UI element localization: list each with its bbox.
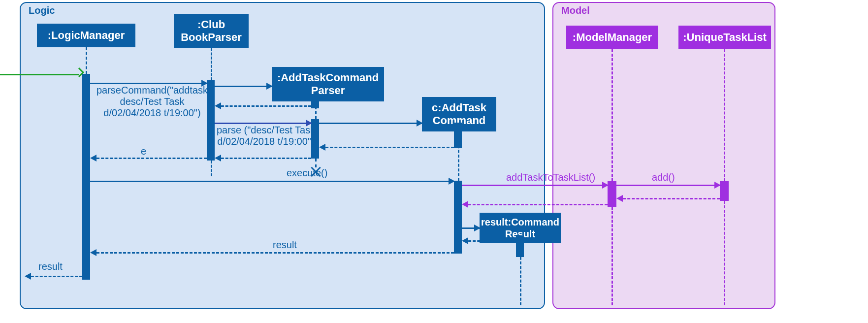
logic-manager-head: :LogicManager	[37, 24, 135, 47]
club-parser-lifeline-bot	[211, 161, 212, 176]
model-manager-lifeline-bot	[611, 207, 613, 305]
e-return-arrowhead	[90, 155, 96, 162]
create-cmd-arrow	[319, 123, 422, 124]
add-task-cmd-activation-1	[454, 123, 462, 148]
return-cmd-arrowhead	[319, 144, 325, 151]
add-task-list-arrow	[462, 185, 608, 186]
logic-frame-title: Logic	[29, 5, 55, 16]
model-manager-activation	[608, 181, 616, 207]
create-result-arrowhead	[474, 225, 481, 231]
club-book-parser-head: :Club BookParser	[174, 14, 249, 48]
logic-frame: Logic	[20, 2, 545, 309]
create-parser-arrow	[215, 86, 272, 87]
add-arrow	[616, 185, 720, 186]
execute-label: execute()	[287, 167, 327, 179]
execute-arrow	[90, 181, 454, 182]
create-result-return-arrowhead	[462, 237, 468, 244]
unique-task-list-lifeline-top	[724, 49, 725, 181]
return-parser-arrow	[217, 105, 311, 107]
model-manager-head: :ModelManager	[566, 26, 658, 49]
add-return-arrowhead	[616, 195, 623, 202]
club-parser-lifeline-top	[211, 48, 212, 80]
parse-label: parse ("desc/Test Task d/02/04/2018 t/19…	[217, 125, 315, 147]
unique-task-list-head: :UniqueTaskList	[678, 26, 771, 49]
unique-task-list-activation	[720, 181, 729, 201]
return-parser-arrowhead	[215, 102, 221, 109]
sequence-diagram: Logic Model :LogicManager :Club BookPars…	[0, 0, 868, 323]
model-manager-label: :ModelManager	[573, 31, 652, 44]
cmd-result-activation	[516, 235, 524, 257]
add-task-cmd-activation-2	[454, 181, 462, 254]
e-return-arrow	[92, 158, 207, 159]
e-label: e	[141, 146, 146, 157]
execute-arrowhead	[449, 178, 455, 185]
add-arrowhead	[714, 182, 721, 189]
unique-task-list-label: :UniqueTaskList	[683, 31, 767, 44]
logic-manager-label: :LogicManager	[48, 29, 125, 42]
result-out-arrowhead	[25, 273, 31, 280]
parser-return-arrow	[217, 158, 311, 159]
create-cmd-arrowhead	[417, 120, 423, 127]
result-return-arrowhead	[90, 249, 96, 256]
add-task-list-arrowhead	[602, 182, 609, 189]
model-frame-title: Model	[561, 5, 590, 16]
club-book-parser-label: :Club BookParser	[181, 18, 242, 44]
logic-manager-lifeline	[86, 47, 87, 74]
create-parser-arrowhead	[266, 83, 273, 90]
unique-task-list-lifeline-bot	[724, 201, 725, 305]
add-label: add()	[652, 172, 675, 183]
parse-arrow	[215, 123, 311, 124]
attl-return-arrow	[464, 204, 608, 205]
return-cmd-arrow	[321, 147, 454, 148]
parse-command-label: parseCommand("addtask desc/Test Task d/0…	[96, 85, 209, 119]
result-out-label: result	[38, 261, 63, 272]
create-result-return	[464, 240, 516, 242]
logic-manager-activation	[82, 74, 90, 280]
attl-return-arrowhead	[462, 201, 468, 208]
parser-return-arrowhead	[215, 155, 221, 162]
add-task-list-label: addTaskToTaskList()	[506, 172, 595, 183]
result-return-arrow	[92, 252, 454, 254]
add-task-parser-head: :AddTaskCommand Parser	[272, 67, 384, 101]
result-label: result	[273, 239, 297, 251]
model-manager-lifeline-top	[611, 49, 613, 181]
add-return-arrow	[618, 198, 720, 199]
add-task-parser-label: :AddTaskCommand Parser	[277, 71, 379, 97]
add-task-parser-activation-1	[311, 97, 319, 108]
incoming-call-arrow	[0, 74, 79, 75]
result-out-arrow	[27, 276, 82, 277]
parse-command-arrow	[90, 83, 207, 84]
